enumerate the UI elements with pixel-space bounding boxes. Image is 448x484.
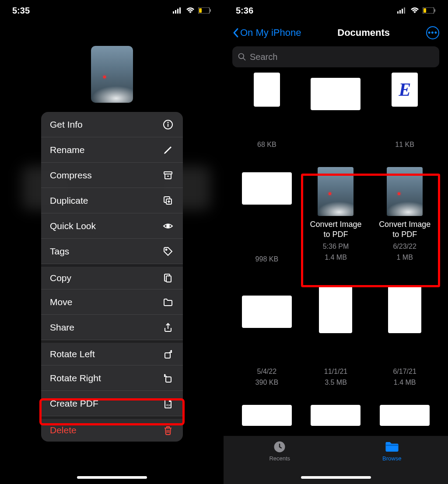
file-item[interactable]: 68 KB xyxy=(237,73,297,154)
menu-share[interactable]: Share xyxy=(41,315,183,340)
svg-text:PDF: PDF xyxy=(166,404,171,407)
file-thumbnail xyxy=(318,167,354,216)
rotate-right-icon xyxy=(162,372,174,384)
file-item[interactable]: Convert Image to PDF 6/23/22 1 MB xyxy=(374,159,435,277)
file-thumbnail xyxy=(311,405,360,426)
file-name: Convert Image to PDF xyxy=(306,219,366,240)
file-size: 11 KB xyxy=(395,140,414,150)
menu-label: Move xyxy=(50,297,72,307)
chevron-left-icon xyxy=(232,28,239,38)
menu-label: Create PDF xyxy=(50,398,98,409)
menu-label: Rename xyxy=(50,145,84,155)
navigation-bar: On My iPhone Documents ••• xyxy=(224,21,448,46)
menu-label: Share xyxy=(50,322,74,333)
cellular-signal-icon xyxy=(397,7,407,14)
status-bar: 5:35 xyxy=(0,0,224,21)
menu-rotate-right[interactable]: Rotate Right xyxy=(41,366,183,391)
menu-duplicate[interactable]: Duplicate xyxy=(41,188,183,213)
file-size: 3.5 MB xyxy=(324,378,347,387)
menu-label: Tags xyxy=(50,246,69,257)
status-time: 5:35 xyxy=(12,6,30,16)
home-indicator[interactable] xyxy=(301,476,371,479)
menu-label: Quick Look xyxy=(50,221,96,231)
menu-rename[interactable]: Rename xyxy=(41,137,183,163)
menu-get-info[interactable]: Get Info xyxy=(41,112,183,137)
rotate-left-icon xyxy=(162,348,174,360)
back-label: On My iPhone xyxy=(240,27,301,38)
share-icon xyxy=(162,321,174,334)
menu-move[interactable]: Move xyxy=(41,289,183,315)
menu-delete[interactable]: Delete xyxy=(41,416,183,442)
folder-icon xyxy=(162,296,174,308)
menu-copy[interactable]: Copy xyxy=(41,264,183,289)
svg-rect-20 xyxy=(166,377,171,382)
more-options-button[interactable]: ••• xyxy=(426,26,439,39)
archive-icon xyxy=(162,169,174,181)
file-size: 1 MB xyxy=(396,253,413,262)
svg-rect-32 xyxy=(385,445,398,446)
svg-rect-23 xyxy=(399,10,401,14)
status-indicators xyxy=(173,6,211,16)
copy-icon xyxy=(162,272,174,284)
back-button[interactable]: On My iPhone xyxy=(232,27,301,38)
search-input[interactable] xyxy=(250,52,434,62)
right-screenshot: 5:36 On My iPhone Documents ••• xyxy=(224,0,448,484)
file-item[interactable]: 998 KB xyxy=(237,159,297,277)
wifi-icon xyxy=(410,7,419,14)
selected-file-preview xyxy=(91,46,133,103)
menu-create-pdf[interactable]: Create PDF PDF xyxy=(41,391,183,416)
file-thumbnail xyxy=(319,286,352,333)
page-title: Documents xyxy=(337,27,390,38)
file-item[interactable]: Convert Image to PDF 5:36 PM 1.4 MB xyxy=(306,159,366,277)
tab-label: Recents xyxy=(269,455,290,462)
file-time: 11/1/21 xyxy=(324,367,347,376)
menu-quick-look[interactable]: Quick Look xyxy=(41,213,183,239)
menu-label: Delete xyxy=(50,425,77,435)
svg-point-16 xyxy=(167,225,169,227)
battery-icon xyxy=(198,6,211,16)
file-thumbnail xyxy=(380,405,430,426)
file-thumbnail xyxy=(242,405,292,426)
status-indicators xyxy=(397,6,436,16)
file-grid: 68 KB E 11 KB 998 KB Convert Image to PD… xyxy=(224,73,448,484)
eye-icon xyxy=(162,220,174,232)
left-screenshot: 5:35 Get Info Rename Compress xyxy=(0,0,224,484)
file-size: 1.4 MB xyxy=(393,378,416,387)
clock-icon xyxy=(273,440,286,453)
menu-rotate-left[interactable]: Rotate Left xyxy=(41,340,183,366)
svg-rect-0 xyxy=(173,11,174,14)
file-time: 5/4/22 xyxy=(256,367,278,376)
file-size: 1.4 MB xyxy=(325,253,347,262)
menu-label: Duplicate xyxy=(50,195,88,206)
file-thumbnail xyxy=(387,167,423,216)
svg-point-17 xyxy=(166,249,167,250)
wifi-icon xyxy=(186,7,195,14)
file-size: 390 KB xyxy=(256,378,278,387)
svg-rect-3 xyxy=(179,7,181,14)
svg-rect-2 xyxy=(177,9,178,14)
trash-icon xyxy=(162,424,174,436)
file-item[interactable]: 11/1/21 3.5 MB xyxy=(306,282,366,396)
svg-rect-5 xyxy=(199,8,202,13)
file-thumbnail: E xyxy=(392,73,418,107)
file-time: 6/23/22 xyxy=(393,242,416,251)
menu-compress[interactable]: Compress xyxy=(41,163,183,188)
file-item[interactable] xyxy=(306,73,366,154)
file-thumbnail xyxy=(388,286,421,333)
file-item[interactable]: 6/17/21 1.4 MB xyxy=(374,282,435,396)
context-menu: Get Info Rename Compress Duplicate Quick… xyxy=(41,112,183,442)
svg-rect-19 xyxy=(165,353,170,358)
menu-label: Get Info xyxy=(50,119,83,130)
svg-line-30 xyxy=(243,58,245,60)
menu-tags[interactable]: Tags xyxy=(41,239,183,264)
status-bar: 5:36 xyxy=(224,0,448,21)
file-item[interactable]: E 11 KB xyxy=(374,73,435,154)
svg-rect-6 xyxy=(210,9,211,12)
svg-rect-27 xyxy=(424,8,426,13)
search-bar[interactable] xyxy=(232,46,439,67)
file-item[interactable]: 5/4/22 390 KB xyxy=(237,282,297,396)
menu-label: Rotate Right xyxy=(50,373,101,383)
home-indicator[interactable] xyxy=(77,476,147,479)
svg-rect-25 xyxy=(404,7,405,14)
file-size: 998 KB xyxy=(256,254,278,264)
